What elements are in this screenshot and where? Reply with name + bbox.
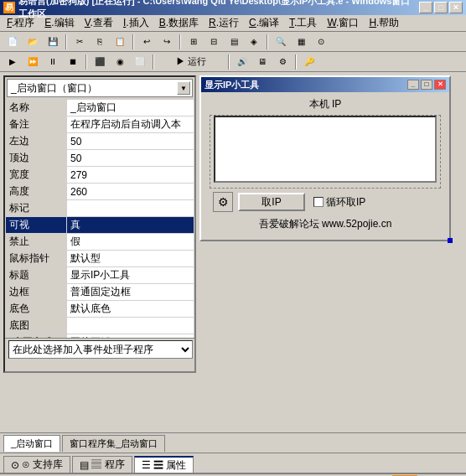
tb2-b2[interactable]: ⏩ bbox=[23, 54, 42, 70]
ip-controls: ⚙ 取IP 循环取IP bbox=[206, 189, 444, 215]
prop-value-7[interactable]: 真 bbox=[67, 217, 194, 234]
menu-window[interactable]: W.窗口 bbox=[322, 14, 364, 32]
tb-b4[interactable]: ◈ bbox=[245, 34, 263, 50]
event-area: 在此处选择加入事件处理子程序 bbox=[5, 338, 194, 371]
main-area: _启动窗口（窗口） ▼ 名称_启动窗口备注在程序启动后自动调入本左边50顶边50… bbox=[0, 72, 466, 432]
tb-new[interactable]: 📄 bbox=[3, 34, 22, 50]
get-ip-button[interactable]: 取IP bbox=[238, 193, 305, 211]
float-window: 显示IP小工具 _ □ ✕ 本机 IP ⚙ 取IP 循环取IP 吾爱破解论坛 w… bbox=[199, 75, 451, 241]
ip-display bbox=[214, 116, 437, 183]
tb-paste[interactable]: 📋 bbox=[111, 34, 129, 50]
prop-value-9[interactable]: 默认型 bbox=[67, 251, 194, 267]
tb-sep-3 bbox=[179, 34, 181, 49]
prop-name-4: 宽度 bbox=[6, 167, 67, 184]
tb-save[interactable]: 💾 bbox=[44, 34, 62, 50]
prop-value-4[interactable]: 279 bbox=[67, 167, 194, 184]
tab-props[interactable]: ☰ ☰ 属性 bbox=[134, 456, 194, 473]
window-selector-arrow[interactable]: ▼ bbox=[177, 81, 190, 95]
window-tabs: _启动窗口 窗口程序集_启动窗口 bbox=[0, 432, 466, 453]
prop-value-11[interactable]: 普通固定边框 bbox=[67, 284, 194, 301]
menu-database[interactable]: B.数据库 bbox=[154, 14, 204, 32]
window-tab-code[interactable]: 窗口程序集_启动窗口 bbox=[62, 435, 165, 452]
tb2-b6[interactable]: ◉ bbox=[111, 54, 129, 70]
prop-value-3[interactable]: 50 bbox=[67, 150, 194, 167]
menu-edit[interactable]: E.编辑 bbox=[39, 14, 79, 32]
tb2-run[interactable]: ▶ 运行 bbox=[158, 54, 225, 70]
prop-value-0[interactable]: _启动窗口 bbox=[67, 100, 194, 116]
tb-sep-2 bbox=[132, 34, 134, 49]
tb-sep-1 bbox=[65, 34, 67, 49]
menu-insert[interactable]: I.插入 bbox=[118, 14, 154, 32]
props-list: 名称_启动窗口备注在程序启动后自动调入本左边50顶边50宽度279高度260标记… bbox=[5, 99, 194, 338]
tb-b5[interactable]: 🔍 bbox=[272, 34, 290, 50]
tb-cut[interactable]: ✂ bbox=[70, 34, 89, 50]
tb2-b4[interactable]: ⏹ bbox=[64, 54, 82, 70]
tb2-b3[interactable]: ⏸ bbox=[44, 54, 62, 70]
prop-value-6[interactable] bbox=[67, 200, 194, 217]
tb2-sep-4 bbox=[295, 54, 297, 70]
tb2-b8[interactable]: 🔊 bbox=[233, 54, 251, 70]
loop-checkbox[interactable] bbox=[313, 197, 324, 207]
prop-value-12[interactable]: 默认底色 bbox=[67, 301, 194, 318]
menu-file[interactable]: F.程序 bbox=[2, 14, 39, 32]
window-tab-main[interactable]: _启动窗口 bbox=[3, 435, 60, 452]
prop-name-13: 底图 bbox=[6, 318, 67, 334]
close-button[interactable]: ✕ bbox=[449, 2, 463, 13]
tb2-b7[interactable]: ⬜ bbox=[131, 54, 149, 70]
menu-help[interactable]: H.帮助 bbox=[364, 14, 404, 32]
prop-name-3: 顶边 bbox=[6, 150, 67, 167]
tb2-b1[interactable]: ▶ bbox=[3, 54, 22, 70]
prop-name-9: 鼠标指针 bbox=[6, 251, 67, 267]
tb-undo[interactable]: ↩ bbox=[137, 34, 156, 50]
tb-b3[interactable]: ▤ bbox=[225, 34, 243, 50]
ip-display-border bbox=[210, 115, 441, 189]
app-icon: 易 bbox=[3, 2, 15, 13]
title-bar: 易 易语言(加密狗版) [正在运行] - C:\Users\Wang Qiu Y… bbox=[0, 0, 466, 15]
status-bar: ? 提示 □ 输出 ⊞ 调用表 ◎ 监视表 ◈ 变量表 🔍 搜寻1 🐛 靖蜓手游… bbox=[0, 473, 466, 476]
tab-program[interactable]: ▤ ▤ 程序 bbox=[72, 456, 132, 473]
local-ip-label: 本机 IP bbox=[206, 97, 444, 111]
prop-name-12: 底色 bbox=[6, 301, 67, 318]
prop-value-13[interactable] bbox=[67, 318, 194, 334]
menu-view[interactable]: V.查看 bbox=[80, 14, 118, 32]
tb2-b10[interactable]: ⚙ bbox=[273, 54, 292, 70]
float-maximize-btn[interactable]: □ bbox=[421, 80, 432, 90]
float-title-text: 显示IP小工具 bbox=[205, 79, 407, 91]
float-minimize-btn[interactable]: _ bbox=[407, 80, 419, 90]
prop-name-8: 禁止 bbox=[6, 234, 67, 251]
prop-value-5[interactable]: 260 bbox=[67, 184, 194, 200]
tb2-b9[interactable]: 🖥 bbox=[253, 54, 272, 70]
tb-redo[interactable]: ↪ bbox=[158, 34, 176, 50]
prop-name-2: 左边 bbox=[6, 133, 67, 150]
menu-run[interactable]: R.运行 bbox=[204, 14, 244, 32]
event-dropdown[interactable]: 在此处选择加入事件处理子程序 bbox=[8, 340, 193, 359]
tab-support[interactable]: ⊙ ⊙ 支持库 bbox=[3, 456, 70, 473]
minimize-button[interactable]: _ bbox=[419, 2, 432, 13]
window-tab-code-label: 窗口程序集_启动窗口 bbox=[70, 437, 158, 450]
prop-name-5: 高度 bbox=[6, 184, 67, 200]
maximize-button[interactable]: □ bbox=[434, 2, 448, 13]
tb2-b5[interactable]: ⬛ bbox=[91, 54, 109, 70]
tb-b7[interactable]: ⊙ bbox=[312, 34, 330, 50]
loop-check-group: 循环取IP bbox=[313, 195, 365, 210]
tb-open[interactable]: 📂 bbox=[23, 34, 42, 50]
props-icon: ☰ bbox=[142, 459, 151, 471]
prop-value-1[interactable]: 在程序启动后自动调入本 bbox=[67, 116, 194, 133]
menu-bar: F.程序 E.编辑 V.查看 I.插入 B.数据库 R.运行 C.编译 T.工具… bbox=[0, 15, 466, 32]
tb-b1[interactable]: ⊞ bbox=[184, 34, 203, 50]
resize-handle[interactable] bbox=[448, 238, 453, 243]
tb2-b11[interactable]: 🔑 bbox=[300, 54, 318, 70]
prop-value-2[interactable]: 50 bbox=[67, 133, 194, 150]
support-icon: ⊙ bbox=[11, 459, 19, 471]
tb2-sep-1 bbox=[85, 54, 87, 70]
tb-b2[interactable]: ⊟ bbox=[205, 34, 223, 50]
toolbar-1: 📄 📂 💾 ✂ ⎘ 📋 ↩ ↪ ⊞ ⊟ ▤ ◈ 🔍 ▦ ⊙ bbox=[0, 32, 466, 52]
prop-value-10[interactable]: 显示IP小工具 bbox=[67, 267, 194, 284]
menu-tools[interactable]: T.工具 bbox=[284, 14, 322, 32]
tb-copy[interactable]: ⎘ bbox=[91, 34, 109, 50]
prop-value-8[interactable]: 假 bbox=[67, 234, 194, 251]
prop-name-7: 可视 bbox=[6, 217, 67, 234]
menu-compile[interactable]: C.编译 bbox=[244, 14, 284, 32]
tb-b6[interactable]: ▦ bbox=[292, 34, 310, 50]
float-close-btn[interactable]: ✕ bbox=[434, 80, 446, 90]
